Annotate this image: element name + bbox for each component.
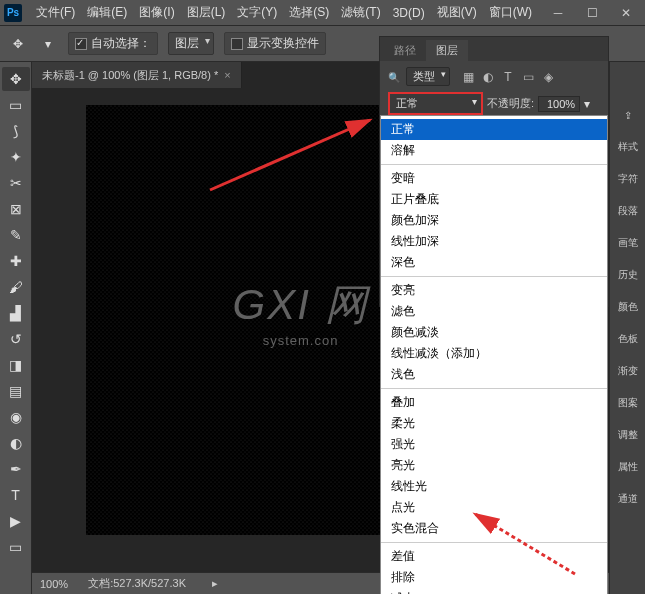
- menu-text[interactable]: 文字(Y): [231, 4, 283, 21]
- dock-para[interactable]: 段落: [613, 198, 643, 224]
- doc-size[interactable]: 文档:527.3K/527.3K: [88, 576, 186, 591]
- dock-char[interactable]: 字符: [613, 166, 643, 192]
- document-tab-title: 未标题-1 @ 100% (图层 1, RGB/8) *: [42, 68, 218, 83]
- brush-tool[interactable]: 🖌: [2, 275, 30, 299]
- blend-opt-lineardodge[interactable]: 线性减淡（添加）: [381, 343, 607, 364]
- eraser-tool[interactable]: ◨: [2, 353, 30, 377]
- frame-tool[interactable]: ⊠: [2, 197, 30, 221]
- dodge-tool[interactable]: ◐: [2, 431, 30, 455]
- dock-color[interactable]: 颜色: [613, 294, 643, 320]
- blend-opt-multiply[interactable]: 正片叠底: [381, 189, 607, 210]
- filter-adjust-icon[interactable]: ◐: [480, 69, 496, 85]
- dock-adjust[interactable]: 调整: [613, 422, 643, 448]
- blend-opt-normal[interactable]: 正常: [381, 119, 607, 140]
- show-transform-checkbox[interactable]: [231, 38, 243, 50]
- document-tab[interactable]: 未标题-1 @ 100% (图层 1, RGB/8) * ×: [32, 62, 242, 88]
- blend-opt-darken[interactable]: 变暗: [381, 168, 607, 189]
- auto-select-group[interactable]: 自动选择：: [68, 32, 158, 55]
- panel-tab-paths[interactable]: 路径: [384, 40, 426, 61]
- dock-gradient[interactable]: 渐变: [613, 358, 643, 384]
- blend-opt-lighter[interactable]: 浅色: [381, 364, 607, 385]
- pen-tool[interactable]: ✒: [2, 457, 30, 481]
- quick-select-tool[interactable]: ✦: [2, 145, 30, 169]
- shape-tool[interactable]: ▭: [2, 535, 30, 559]
- blend-opt-overlay[interactable]: 叠加: [381, 392, 607, 413]
- search-icon: [388, 70, 400, 84]
- blend-opt-lighten[interactable]: 变亮: [381, 280, 607, 301]
- minimize-button[interactable]: ─: [543, 3, 573, 23]
- document-tab-close-icon[interactable]: ×: [224, 69, 230, 81]
- menu-select[interactable]: 选择(S): [283, 4, 335, 21]
- layer-filter-type[interactable]: 类型: [406, 67, 450, 86]
- blend-opt-dissolve[interactable]: 溶解: [381, 140, 607, 161]
- menu-3d[interactable]: 3D(D): [387, 6, 431, 20]
- blend-opt-vividlight[interactable]: 亮光: [381, 455, 607, 476]
- zoom-level[interactable]: 100%: [40, 578, 68, 590]
- marquee-tool[interactable]: ▭: [2, 93, 30, 117]
- right-dock: ⇪ 样式 字符 段落 画笔 历史 颜色 色板 渐变 图案 调整 属性 通道: [609, 62, 645, 594]
- gradient-tool[interactable]: ▤: [2, 379, 30, 403]
- blend-mode-select[interactable]: 正常: [388, 92, 483, 115]
- stamp-tool[interactable]: ▟: [2, 301, 30, 325]
- eyedropper-tool[interactable]: ✎: [2, 223, 30, 247]
- status-chevron-icon[interactable]: [206, 577, 218, 590]
- annotation-arrow-2: [465, 504, 585, 584]
- watermark: GXI 网 system.con: [232, 277, 368, 348]
- dock-swatch[interactable]: 色板: [613, 326, 643, 352]
- lasso-tool[interactable]: ⟆: [2, 119, 30, 143]
- auto-select-target[interactable]: 图层: [168, 32, 214, 55]
- blend-opt-darker[interactable]: 深色: [381, 252, 607, 273]
- options-chevron-icon[interactable]: ▾: [38, 34, 58, 54]
- opacity-chevron-icon[interactable]: ▾: [584, 97, 590, 111]
- dock-brush[interactable]: 画笔: [613, 230, 643, 256]
- filter-shape-icon[interactable]: ▭: [520, 69, 536, 85]
- auto-select-label: 自动选择：: [91, 35, 151, 52]
- history-brush-tool[interactable]: ↺: [2, 327, 30, 351]
- path-select-tool[interactable]: ▶: [2, 509, 30, 533]
- blend-row: 正常 不透明度: 100% ▾: [388, 92, 600, 115]
- blend-opt-subtract[interactable]: 减去: [381, 588, 607, 594]
- menu-edit[interactable]: 编辑(E): [81, 4, 133, 21]
- opacity-label: 不透明度:: [487, 96, 534, 111]
- filter-smart-icon[interactable]: ◈: [540, 69, 556, 85]
- blend-opt-colorburn[interactable]: 颜色加深: [381, 210, 607, 231]
- filter-pixel-icon[interactable]: ▦: [460, 69, 476, 85]
- menu-view[interactable]: 视图(V): [431, 4, 483, 21]
- blend-opt-hardlight[interactable]: 强光: [381, 434, 607, 455]
- tool-palette: ✥ ▭ ⟆ ✦ ✂ ⊠ ✎ ✚ 🖌 ▟ ↺ ◨ ▤ ◉ ◐ ✒ T ▶ ▭: [0, 62, 32, 594]
- svg-line-0: [210, 120, 370, 190]
- blend-opt-colordodge[interactable]: 颜色减淡: [381, 322, 607, 343]
- move-tool[interactable]: ✥: [2, 67, 30, 91]
- blend-opt-softlight[interactable]: 柔光: [381, 413, 607, 434]
- dock-style[interactable]: 样式: [613, 134, 643, 160]
- ps-logo-icon: Ps: [4, 4, 22, 22]
- auto-select-checkbox[interactable]: [75, 38, 87, 50]
- close-button[interactable]: ✕: [611, 3, 641, 23]
- blend-opt-linearburn[interactable]: 线性加深: [381, 231, 607, 252]
- menu-window[interactable]: 窗口(W): [483, 4, 538, 21]
- dock-share-icon[interactable]: ⇪: [613, 102, 643, 128]
- filter-type-icon[interactable]: T: [500, 69, 516, 85]
- blend-opt-screen[interactable]: 滤色: [381, 301, 607, 322]
- svg-line-1: [475, 514, 575, 574]
- crop-tool[interactable]: ✂: [2, 171, 30, 195]
- menu-layer[interactable]: 图层(L): [181, 4, 232, 21]
- opacity-value[interactable]: 100%: [538, 96, 580, 112]
- watermark-small: system.con: [232, 333, 368, 348]
- dock-prop[interactable]: 属性: [613, 454, 643, 480]
- heal-tool[interactable]: ✚: [2, 249, 30, 273]
- show-transform-group[interactable]: 显示变换控件: [224, 32, 326, 55]
- dock-channel[interactable]: 通道: [613, 486, 643, 512]
- menu-filter[interactable]: 滤镜(T): [335, 4, 386, 21]
- dock-history[interactable]: 历史: [613, 262, 643, 288]
- type-tool[interactable]: T: [2, 483, 30, 507]
- blend-opt-linearlight[interactable]: 线性光: [381, 476, 607, 497]
- window-controls: ─ ☐ ✕: [543, 3, 641, 23]
- move-tool-icon: ✥: [8, 34, 28, 54]
- dock-pattern[interactable]: 图案: [613, 390, 643, 416]
- maximize-button[interactable]: ☐: [577, 3, 607, 23]
- menu-image[interactable]: 图像(I): [133, 4, 180, 21]
- blur-tool[interactable]: ◉: [2, 405, 30, 429]
- panel-tab-layers[interactable]: 图层: [426, 40, 468, 61]
- menu-file[interactable]: 文件(F): [30, 4, 81, 21]
